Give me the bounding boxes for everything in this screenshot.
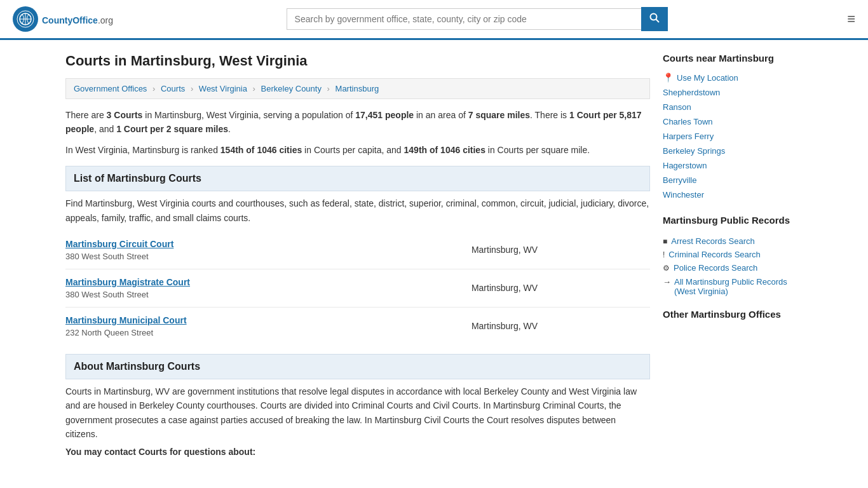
menu-button[interactable]: ≡ bbox=[847, 11, 855, 27]
police-icon: ⚙ bbox=[663, 264, 670, 273]
court-city-0: Martinsburg, WV bbox=[359, 245, 650, 255]
search-area bbox=[287, 7, 668, 31]
court-city-1: Martinsburg, WV bbox=[359, 283, 650, 293]
public-records-title: Martinsburg Public Records bbox=[663, 215, 803, 228]
about-section-title: About Martinsburg Courts bbox=[74, 361, 200, 372]
breadcrumb-sep-1: › bbox=[153, 84, 155, 93]
breadcrumb-gov-offices[interactable]: Government Offices bbox=[74, 84, 147, 93]
nearby-city-2[interactable]: Charles Town bbox=[663, 114, 803, 129]
nearby-city-7[interactable]: Winchester bbox=[663, 187, 803, 202]
court-address-2: 232 North Queen Street bbox=[65, 328, 356, 337]
content-area: Courts in Martinsburg, West Virginia Gov… bbox=[65, 53, 650, 457]
population: 17,451 people bbox=[355, 110, 414, 120]
court-item-2: Martinsburg Municipal Court 232 North Qu… bbox=[65, 308, 650, 345]
all-records-item: → All Martinsburg Public Records (West V… bbox=[663, 277, 803, 296]
court-item-1: Martinsburg Magistrate Court 380 West So… bbox=[65, 269, 650, 308]
other-offices-section: Other Martinsburg Offices bbox=[663, 309, 803, 322]
logo-area: CountyOffice.org bbox=[13, 6, 113, 32]
location-icon: 📍 bbox=[663, 72, 674, 83]
sidebar: Courts near Martinsburg 📍 Use My Locatio… bbox=[663, 53, 803, 457]
courts-list: Martinsburg Circuit Court 380 West South… bbox=[65, 231, 650, 345]
main-container: Courts in Martinsburg, West Virginia Gov… bbox=[53, 40, 815, 470]
svg-point-4 bbox=[650, 14, 656, 20]
breadcrumb-wv[interactable]: West Virginia bbox=[199, 84, 247, 93]
logo-text: CountyOffice.org bbox=[42, 12, 113, 27]
about-text: Courts in Martinsburg, WV are government… bbox=[65, 384, 650, 442]
court-name-0[interactable]: Martinsburg Circuit Court bbox=[65, 239, 356, 249]
logo-suffix-text: .org bbox=[98, 15, 113, 25]
nearby-city-4[interactable]: Berkeley Springs bbox=[663, 144, 803, 158]
court-name-1[interactable]: Martinsburg Magistrate Court bbox=[65, 277, 356, 287]
site-header: CountyOffice.org ≡ bbox=[0, 0, 868, 40]
list-section-header: List of Martinsburg Courts bbox=[65, 166, 650, 191]
list-description: Find Martinsburg, West Virginia courts a… bbox=[65, 196, 650, 225]
nearby-city-0[interactable]: Shepherdstown bbox=[663, 85, 803, 100]
page-title: Courts in Martinsburg, West Virginia bbox=[65, 53, 650, 69]
court-name-2[interactable]: Martinsburg Municipal Court bbox=[65, 315, 356, 325]
court-address-0: 380 West South Street bbox=[65, 252, 356, 261]
search-button[interactable] bbox=[641, 7, 668, 31]
public-records-section: Martinsburg Public Records ■ Arrest Reco… bbox=[663, 215, 803, 296]
use-location-link[interactable]: Use My Location bbox=[677, 73, 738, 83]
breadcrumb: Government Offices › Courts › West Virgi… bbox=[65, 78, 650, 99]
rank2: 149th of 1046 cities bbox=[404, 145, 485, 155]
nearby-city-1[interactable]: Ranson bbox=[663, 100, 803, 114]
intro-paragraph-1: There are 3 Courts in Martinsburg, West … bbox=[65, 108, 650, 137]
use-location-btn[interactable]: 📍 Use My Location bbox=[663, 72, 803, 83]
pr-item-0: ■ Arrest Records Search bbox=[663, 234, 803, 248]
other-offices-title: Other Martinsburg Offices bbox=[663, 309, 803, 322]
logo-icon bbox=[13, 6, 38, 32]
per-sq-mile: 1 Court per 2 square miles bbox=[116, 124, 228, 134]
arrow-icon: → bbox=[663, 277, 671, 287]
criminal-records-link[interactable]: Criminal Records Search bbox=[668, 250, 761, 259]
all-records-link[interactable]: All Martinsburg Public Records (West Vir… bbox=[674, 277, 803, 296]
criminal-icon: ! bbox=[663, 250, 665, 259]
court-address-1: 380 West South Street bbox=[65, 290, 356, 299]
nearby-city-5[interactable]: Hagerstown bbox=[663, 158, 803, 173]
header-right: ≡ bbox=[841, 11, 855, 27]
nearby-city-3[interactable]: Harpers Ferry bbox=[663, 129, 803, 144]
nearby-city-6[interactable]: Berryville bbox=[663, 173, 803, 187]
logo-name-text: CountyOffice bbox=[42, 15, 98, 25]
pr-item-2: ⚙ Police Records Search bbox=[663, 261, 803, 274]
breadcrumb-sep-4: › bbox=[327, 84, 330, 93]
search-input[interactable] bbox=[287, 8, 641, 30]
breadcrumb-courts[interactable]: Courts bbox=[161, 84, 185, 93]
svg-line-5 bbox=[656, 20, 659, 23]
courts-count: 3 Courts bbox=[107, 110, 143, 120]
court-item-0: Martinsburg Circuit Court 380 West South… bbox=[65, 231, 650, 269]
court-city-2: Martinsburg, WV bbox=[359, 321, 650, 331]
contact-label: You may contact Courts for questions abo… bbox=[65, 447, 650, 457]
arrest-icon: ■ bbox=[663, 237, 667, 246]
breadcrumb-sep-2: › bbox=[191, 84, 193, 93]
breadcrumb-berkeley[interactable]: Berkeley County bbox=[261, 84, 322, 93]
list-section-title: List of Martinsburg Courts bbox=[74, 173, 201, 184]
breadcrumb-sep-3: › bbox=[253, 84, 255, 93]
about-section-header: About Martinsburg Courts bbox=[65, 354, 650, 379]
area: 7 square miles bbox=[468, 110, 530, 120]
police-records-link[interactable]: Police Records Search bbox=[674, 263, 757, 273]
nearby-courts-section: Courts near Martinsburg 📍 Use My Locatio… bbox=[663, 53, 803, 202]
arrest-records-link[interactable]: Arrest Records Search bbox=[671, 236, 755, 246]
breadcrumb-martinsburg[interactable]: Martinsburg bbox=[336, 84, 379, 93]
intro-paragraph-2: In West Virginia, Martinsburg is ranked … bbox=[65, 143, 650, 157]
nearby-courts-title: Courts near Martinsburg bbox=[663, 53, 803, 66]
rank1: 154th of 1046 cities bbox=[220, 145, 302, 155]
pr-item-1: ! Criminal Records Search bbox=[663, 248, 803, 261]
